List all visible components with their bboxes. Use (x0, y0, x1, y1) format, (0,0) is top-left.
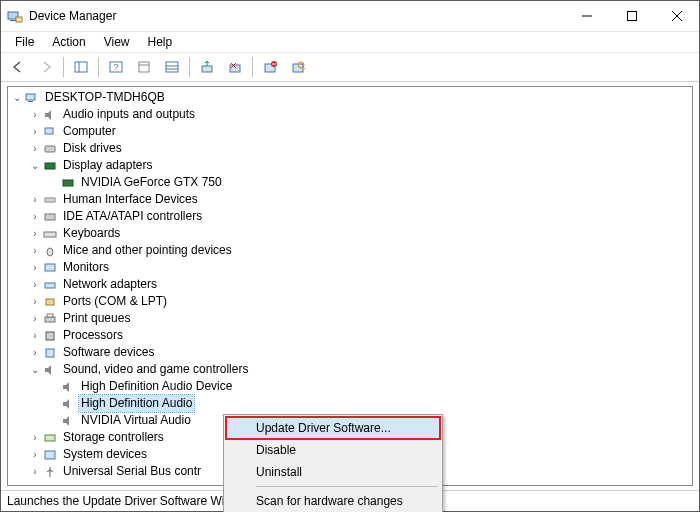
svg-rect-30 (45, 163, 55, 169)
tree-item-hda1[interactable]: · High Definition Audio Device (10, 378, 690, 395)
tree-label: IDE ATA/ATAPI controllers (61, 208, 204, 225)
cpu-icon (42, 328, 58, 344)
expand-icon[interactable]: › (28, 429, 42, 446)
software-icon (42, 345, 58, 361)
expand-icon[interactable]: › (28, 140, 42, 157)
minimize-button[interactable] (564, 1, 609, 31)
expand-icon[interactable]: › (28, 276, 42, 293)
tree-item-ide[interactable]: › IDE ATA/ATAPI controllers (10, 208, 690, 225)
titlebar: Device Manager (1, 1, 699, 31)
svg-rect-33 (45, 214, 55, 220)
svg-rect-29 (45, 146, 55, 152)
svg-rect-27 (28, 101, 33, 102)
expand-icon[interactable]: › (28, 344, 42, 361)
expand-icon[interactable]: › (28, 327, 42, 344)
storage-icon (42, 430, 58, 446)
tree-item-processors[interactable]: › Processors (10, 327, 690, 344)
tree-item-mice[interactable]: › Mice and other pointing devices (10, 242, 690, 259)
tree-item-hda2-selected[interactable]: · High Definition Audio (10, 395, 690, 412)
tree-label: Ports (COM & LPT) (61, 293, 169, 310)
tree-item-audio-io[interactable]: › Audio inputs and outputs (10, 106, 690, 123)
maximize-button[interactable] (609, 1, 654, 31)
help-button[interactable]: ? (103, 54, 129, 80)
tree-item-display-adapters[interactable]: ⌄ Display adapters (10, 157, 690, 174)
printer-icon (42, 311, 58, 327)
computer-icon (24, 90, 40, 106)
keyboard-icon (42, 226, 58, 242)
tree-item-print-queues[interactable]: › Print queues (10, 310, 690, 327)
tree-label: Storage controllers (61, 429, 166, 446)
svg-rect-4 (627, 12, 636, 21)
speaker-icon (60, 379, 76, 395)
expand-icon[interactable]: › (28, 310, 42, 327)
tree-item-sound-video-game[interactable]: ⌄ Sound, video and game controllers (10, 361, 690, 378)
ctx-uninstall[interactable]: Uninstall (226, 461, 440, 483)
expand-icon[interactable]: › (28, 225, 42, 242)
update-driver-button[interactable] (194, 54, 220, 80)
view-list-button[interactable] (159, 54, 185, 80)
tree-item-disk-drives[interactable]: › Disk drives (10, 140, 690, 157)
svg-rect-7 (75, 62, 87, 72)
tree-item-computer[interactable]: › Computer (10, 123, 690, 140)
tree-root[interactable]: ⌄ DESKTOP-TMDH6QB (10, 89, 690, 106)
tree-label: High Definition Audio Device (79, 378, 234, 395)
context-menu: Update Driver Software... Disable Uninst… (223, 414, 443, 512)
expand-icon[interactable]: › (28, 242, 42, 259)
svg-rect-41 (46, 332, 54, 340)
toolbar-separator (252, 57, 253, 77)
tree-item-network[interactable]: › Network adapters (10, 276, 690, 293)
expand-icon[interactable]: › (28, 106, 42, 123)
menu-file[interactable]: File (7, 33, 42, 51)
svg-rect-39 (45, 317, 55, 322)
menu-view[interactable]: View (96, 33, 138, 51)
menu-action[interactable]: Action (44, 33, 93, 51)
uninstall-button[interactable] (222, 54, 248, 80)
tree-item-software-devices[interactable]: › Software devices (10, 344, 690, 361)
tree-label: Display adapters (61, 157, 154, 174)
tree-label: Keyboards (61, 225, 122, 242)
tree-item-hid[interactable]: › Human Interface Devices (10, 191, 690, 208)
tree-item-ports[interactable]: › Ports (COM & LPT) (10, 293, 690, 310)
tree-item-gtx750[interactable]: · NVIDIA GeForce GTX 750 (10, 174, 690, 191)
collapse-icon[interactable]: ⌄ (28, 157, 42, 174)
tree-item-keyboards[interactable]: › Keyboards (10, 225, 690, 242)
ctx-update-driver[interactable]: Update Driver Software... (226, 417, 440, 439)
expand-icon[interactable]: › (28, 208, 42, 225)
monitor-icon (42, 260, 58, 276)
expand-icon[interactable]: › (28, 123, 42, 140)
expand-icon[interactable]: › (28, 259, 42, 276)
window-buttons (564, 1, 699, 31)
collapse-icon[interactable]: ⌄ (10, 89, 24, 106)
speaker-icon (60, 396, 76, 412)
svg-rect-37 (45, 283, 55, 288)
tree-label: Software devices (61, 344, 156, 361)
expand-icon[interactable]: › (28, 463, 42, 480)
ctx-disable[interactable]: Disable (226, 439, 440, 461)
close-button[interactable] (654, 1, 699, 31)
toolbar-separator (189, 57, 190, 77)
svg-rect-26 (26, 94, 35, 100)
svg-rect-11 (139, 62, 149, 72)
tree-label: Universal Serial Bus contr (61, 463, 203, 480)
hid-icon (42, 192, 58, 208)
collapse-icon[interactable]: ⌄ (28, 361, 42, 378)
forward-button[interactable] (33, 54, 59, 80)
svg-rect-17 (230, 65, 240, 72)
expand-icon[interactable]: › (28, 446, 42, 463)
expand-icon[interactable]: › (28, 293, 42, 310)
properties-button[interactable] (131, 54, 157, 80)
speaker-icon (42, 362, 58, 378)
back-button[interactable] (5, 54, 31, 80)
svg-rect-13 (166, 62, 178, 72)
expand-icon[interactable]: › (28, 191, 42, 208)
window-title: Device Manager (29, 9, 564, 23)
tree-label: Network adapters (61, 276, 159, 293)
ctx-scan-hardware[interactable]: Scan for hardware changes (226, 490, 440, 512)
show-hide-tree-button[interactable] (68, 54, 94, 80)
menu-help[interactable]: Help (140, 33, 181, 51)
svg-rect-32 (45, 198, 55, 202)
svg-rect-28 (45, 128, 53, 134)
disable-button[interactable] (257, 54, 283, 80)
scan-hardware-button[interactable] (285, 54, 311, 80)
tree-item-monitors[interactable]: › Monitors (10, 259, 690, 276)
